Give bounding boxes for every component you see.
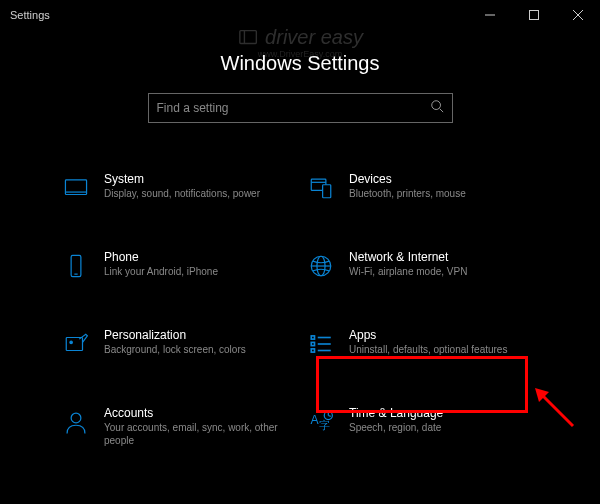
tile-title: Network & Internet bbox=[349, 250, 538, 264]
svg-point-6 bbox=[431, 101, 440, 110]
tile-time-language[interactable]: A字 Time & Language Speech, region, date bbox=[305, 402, 540, 451]
titlebar: Settings bbox=[0, 0, 600, 30]
page-title: Windows Settings bbox=[0, 52, 600, 75]
svg-text:字: 字 bbox=[319, 419, 330, 431]
tile-desc: Uninstall, defaults, optional features bbox=[349, 343, 538, 356]
tile-apps[interactable]: Apps Uninstall, defaults, optional featu… bbox=[305, 324, 540, 362]
tile-title: Devices bbox=[349, 172, 538, 186]
search-box[interactable] bbox=[148, 93, 453, 123]
tile-desc: Your accounts, email, sync, work, other … bbox=[104, 421, 293, 447]
window-title: Settings bbox=[10, 9, 50, 21]
svg-point-19 bbox=[70, 341, 72, 343]
tile-phone[interactable]: Phone Link your Android, iPhone bbox=[60, 246, 295, 284]
tile-text: System Display, sound, notifications, po… bbox=[104, 172, 293, 200]
svg-line-7 bbox=[439, 109, 443, 113]
close-icon bbox=[573, 10, 583, 20]
tile-devices[interactable]: Devices Bluetooth, printers, mouse bbox=[305, 168, 540, 206]
svg-rect-24 bbox=[311, 349, 314, 352]
tile-text: Time & Language Speech, region, date bbox=[349, 406, 538, 434]
tile-text: Personalization Background, lock screen,… bbox=[104, 328, 293, 356]
personalization-icon bbox=[62, 330, 90, 358]
globe-icon bbox=[307, 252, 335, 280]
svg-rect-18 bbox=[66, 338, 82, 351]
devices-icon bbox=[307, 174, 335, 202]
maximize-icon bbox=[529, 10, 539, 20]
minimize-icon bbox=[485, 10, 495, 20]
window-controls bbox=[468, 0, 600, 30]
tile-title: Accounts bbox=[104, 406, 293, 420]
search-icon bbox=[430, 99, 444, 117]
tile-accounts[interactable]: Accounts Your accounts, email, sync, wor… bbox=[60, 402, 295, 451]
time-language-icon: A字 bbox=[307, 408, 335, 436]
svg-rect-22 bbox=[311, 342, 314, 345]
apps-icon bbox=[307, 330, 335, 358]
tile-desc: Display, sound, notifications, power bbox=[104, 187, 293, 200]
search-input[interactable] bbox=[157, 101, 430, 115]
tile-text: Phone Link your Android, iPhone bbox=[104, 250, 293, 278]
svg-rect-11 bbox=[323, 185, 331, 198]
accounts-icon bbox=[62, 408, 90, 436]
settings-grid: System Display, sound, notifications, po… bbox=[0, 168, 600, 451]
maximize-button[interactable] bbox=[512, 0, 556, 30]
tile-title: Personalization bbox=[104, 328, 293, 342]
tile-text: Network & Internet Wi-Fi, airplane mode,… bbox=[349, 250, 538, 278]
svg-text:A: A bbox=[310, 413, 319, 427]
system-icon bbox=[62, 174, 90, 202]
minimize-button[interactable] bbox=[468, 0, 512, 30]
tile-desc: Background, lock screen, colors bbox=[104, 343, 293, 356]
svg-rect-20 bbox=[311, 336, 314, 339]
svg-line-31 bbox=[328, 416, 330, 417]
tile-desc: Speech, region, date bbox=[349, 421, 538, 434]
phone-icon bbox=[62, 252, 90, 280]
tile-desc: Link your Android, iPhone bbox=[104, 265, 293, 278]
tile-text: Apps Uninstall, defaults, optional featu… bbox=[349, 328, 538, 356]
tile-text: Accounts Your accounts, email, sync, wor… bbox=[104, 406, 293, 447]
tile-title: Apps bbox=[349, 328, 538, 342]
svg-rect-13 bbox=[71, 255, 81, 276]
tile-title: Time & Language bbox=[349, 406, 538, 420]
tile-system[interactable]: System Display, sound, notifications, po… bbox=[60, 168, 295, 206]
tile-desc: Bluetooth, printers, mouse bbox=[349, 187, 538, 200]
tile-text: Devices Bluetooth, printers, mouse bbox=[349, 172, 538, 200]
svg-rect-1 bbox=[530, 11, 539, 20]
tile-personalization[interactable]: Personalization Background, lock screen,… bbox=[60, 324, 295, 362]
tile-title: System bbox=[104, 172, 293, 186]
svg-point-26 bbox=[71, 413, 81, 423]
tile-title: Phone bbox=[104, 250, 293, 264]
close-button[interactable] bbox=[556, 0, 600, 30]
tile-network[interactable]: Network & Internet Wi-Fi, airplane mode,… bbox=[305, 246, 540, 284]
tile-desc: Wi-Fi, airplane mode, VPN bbox=[349, 265, 538, 278]
